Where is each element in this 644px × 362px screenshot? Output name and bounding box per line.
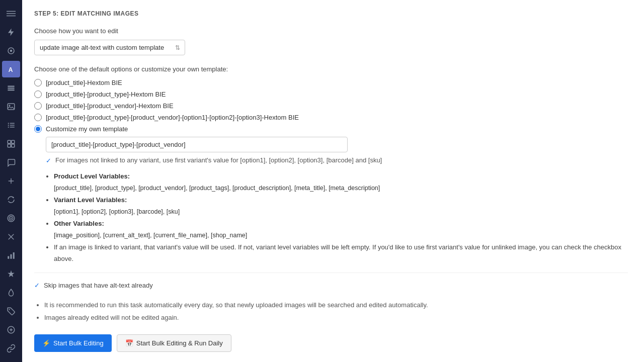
chat-icon[interactable] xyxy=(2,154,20,170)
first-variant-check-icon: ✓ xyxy=(46,157,51,164)
edit-type-select-wrapper: update image alt-text with custom templa… xyxy=(34,40,185,55)
main-content: STEP 5: EDIT MATCHING IMAGES Choose how … xyxy=(22,0,644,362)
variables-note-text: If an image is linked to variant, that v… xyxy=(54,243,621,262)
calendar-icon: 📅 xyxy=(125,339,133,347)
svg-rect-8 xyxy=(8,89,15,90)
svg-rect-17 xyxy=(8,140,11,143)
svg-point-11 xyxy=(8,123,9,124)
product-vars-label: Product Level Variables: xyxy=(54,172,130,180)
svg-rect-20 xyxy=(12,144,15,147)
chart-icon[interactable] xyxy=(2,247,20,264)
start-bulk-editing-button[interactable]: ⚡ Start Bulk Editing xyxy=(34,334,112,352)
svg-point-4 xyxy=(10,49,13,52)
first-variant-row: ✓ For images not linked to any variant, … xyxy=(46,156,628,164)
cross-icon[interactable] xyxy=(2,229,20,245)
drop-icon[interactable] xyxy=(2,285,20,301)
sidebar: A xyxy=(0,0,22,362)
radio-input-3[interactable] xyxy=(34,102,42,110)
skip-check-icon: ✓ xyxy=(34,282,40,289)
custom-template-input[interactable] xyxy=(46,137,348,152)
run-daily-label: Start Bulk Editing & Run Daily xyxy=(136,339,223,347)
variables-note-item: If an image is linked to variant, that v… xyxy=(54,241,628,265)
svg-rect-19 xyxy=(8,144,11,147)
svg-point-15 xyxy=(8,126,9,127)
other-vars-item: Other Variables: [image_position], [curr… xyxy=(54,218,628,241)
menu-icon[interactable] xyxy=(2,5,20,22)
first-variant-label: For images not linked to any variant, us… xyxy=(55,156,382,164)
variables-list: Product Level Variables: [product_title]… xyxy=(46,170,628,264)
radio-label-1: [product_title]-Hextom BIE xyxy=(46,79,122,86)
radio-label-5: Customize my own template xyxy=(46,125,128,133)
run-daily-button[interactable]: 📅 Start Bulk Editing & Run Daily xyxy=(117,334,231,352)
start-icon: ⚡ xyxy=(42,339,50,347)
radio-option-5[interactable]: Customize my own template xyxy=(34,125,628,133)
list-icon[interactable] xyxy=(2,117,20,133)
variant-vars-label: Variant Level Variables: xyxy=(54,196,127,204)
svg-rect-0 xyxy=(7,11,16,12)
radio-input-5[interactable] xyxy=(34,125,42,133)
svg-point-31 xyxy=(9,309,10,310)
radio-input-1[interactable] xyxy=(34,79,42,86)
add-circle-icon[interactable] xyxy=(2,322,20,338)
skip-checkbox-row: ✓ Skip images that have alt-text already xyxy=(34,281,628,289)
divider xyxy=(34,273,628,273)
custom-template-wrapper xyxy=(46,137,628,152)
template-label: Choose one of the default options or cus… xyxy=(34,65,628,73)
action-buttons: ⚡ Start Bulk Editing 📅 Start Bulk Editin… xyxy=(34,334,628,352)
add-icon[interactable] xyxy=(2,172,20,189)
notes-list: It is recommended to run this task autom… xyxy=(34,299,628,324)
radio-input-4[interactable] xyxy=(34,114,42,121)
link-icon[interactable] xyxy=(2,340,20,357)
radio-input-2[interactable] xyxy=(34,90,42,98)
svg-rect-30 xyxy=(13,252,15,259)
notes-section: It is recommended to run this task autom… xyxy=(34,299,628,324)
template-radio-group: [product_title]-Hextom BIE [product_titl… xyxy=(34,79,628,133)
bolt-icon[interactable] xyxy=(2,24,20,40)
sparkle-icon[interactable] xyxy=(2,266,20,283)
radio-label-3: [product_title]-[product_vendor]-Hextom … xyxy=(46,102,174,110)
svg-rect-28 xyxy=(8,256,9,259)
svg-text:A: A xyxy=(9,66,13,73)
variant-vars-values: [option1], [option2], [option3], [barcod… xyxy=(54,208,180,215)
svg-rect-29 xyxy=(11,254,12,259)
skip-label: Skip images that have alt-text already xyxy=(44,282,153,289)
svg-rect-7 xyxy=(8,87,15,88)
target-icon[interactable] xyxy=(2,210,20,227)
radio-label-2: [product_title]-[product_type]-Hextom BI… xyxy=(46,90,166,98)
radio-option-1[interactable]: [product_title]-Hextom BIE xyxy=(34,79,628,86)
svg-rect-6 xyxy=(8,85,15,86)
choose-label: Choose how you want to edit xyxy=(34,27,628,35)
tag-icon[interactable] xyxy=(2,303,20,320)
radio-label-4: [product_title]-[product_type]-[product_… xyxy=(46,114,299,121)
a-letter-icon[interactable]: A xyxy=(2,61,20,77)
svg-rect-18 xyxy=(12,140,15,143)
note-item-2: Images already edited will not be edited… xyxy=(44,312,628,324)
svg-point-10 xyxy=(9,105,11,106)
svg-rect-1 xyxy=(7,13,16,14)
grid-icon[interactable] xyxy=(2,135,20,152)
svg-point-13 xyxy=(8,125,9,126)
variant-vars-item: Variant Level Variables: [option1], [opt… xyxy=(54,194,628,218)
radio-option-4[interactable]: [product_title]-[product_type]-[product_… xyxy=(34,114,628,121)
other-vars-values: [image_position], [current_alt_text], [c… xyxy=(54,232,247,239)
radio-option-3[interactable]: [product_title]-[product_vendor]-Hextom … xyxy=(34,102,628,110)
layers-icon[interactable] xyxy=(2,79,20,96)
circle-icon[interactable] xyxy=(2,42,20,59)
product-vars-values: [product_title], [product_type], [produc… xyxy=(54,185,380,192)
radio-option-2[interactable]: [product_title]-[product_type]-Hextom BI… xyxy=(34,90,628,98)
edit-type-select[interactable]: update image alt-text with custom templa… xyxy=(34,40,185,55)
image-icon[interactable] xyxy=(2,98,20,115)
variables-section: Product Level Variables: [product_title]… xyxy=(46,170,628,264)
product-vars-item: Product Level Variables: [product_title]… xyxy=(54,170,628,194)
note-item-1: It is recommended to run this task autom… xyxy=(44,299,628,312)
step-title: STEP 5: EDIT MATCHING IMAGES xyxy=(34,10,628,17)
svg-point-25 xyxy=(11,218,12,219)
svg-rect-9 xyxy=(8,104,15,110)
start-bulk-label: Start Bulk Editing xyxy=(53,339,104,347)
svg-rect-2 xyxy=(7,15,16,16)
other-vars-label: Other Variables: xyxy=(54,220,104,227)
refresh-icon[interactable] xyxy=(2,191,20,208)
